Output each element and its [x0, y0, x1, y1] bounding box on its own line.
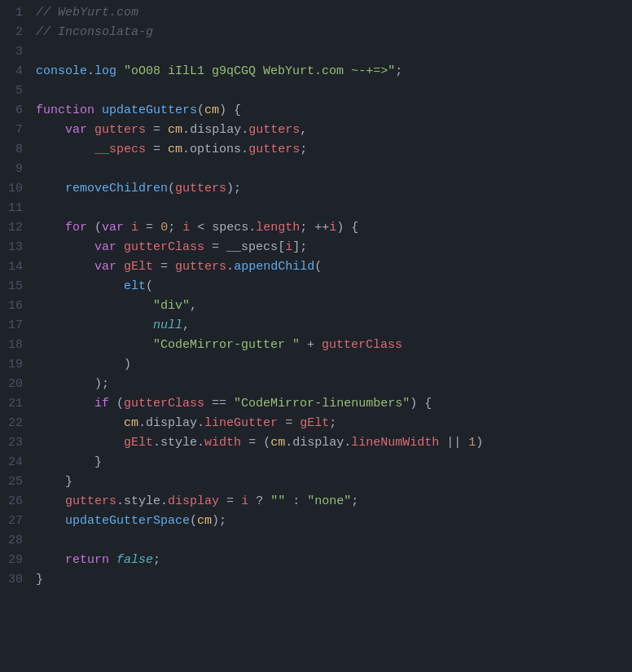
plain-token: , — [190, 299, 197, 313]
plain-token: [ — [278, 240, 285, 254]
var-token: i — [285, 240, 292, 254]
plain-token: ) — [476, 436, 490, 450]
prop-token: width — [204, 436, 241, 450]
keyword-token: var — [65, 123, 87, 137]
string-token: "div" — [153, 299, 190, 313]
plain-token: ( — [109, 397, 124, 411]
plain-token: } — [36, 573, 43, 586]
line-number: 23 — [8, 433, 23, 453]
plain-token: ( — [197, 103, 204, 117]
line-number: 5 — [8, 81, 23, 101]
null-token: null — [153, 318, 182, 332]
code-line: } — [36, 570, 624, 590]
line-number: 9 — [8, 160, 23, 179]
func-token: updateGutters — [102, 103, 197, 117]
func-token: removeChildren — [65, 182, 168, 195]
null-token: false — [116, 553, 153, 567]
plain-token — [116, 64, 124, 78]
code-line: updateGutterSpace(cm); — [36, 512, 624, 531]
plain-token: = — [146, 123, 168, 137]
code-line: if (gutterClass == "CodeMirror-linenumbe… — [36, 394, 624, 414]
plain-token: ; — [300, 143, 307, 156]
param-token: cm — [124, 416, 138, 430]
string-token: "CodeMirror-gutter " — [153, 338, 300, 352]
plain-token — [36, 123, 65, 137]
line-number: 25 — [8, 472, 23, 492]
var-token: gElt — [124, 436, 153, 450]
var-token: gutterClass — [124, 240, 204, 254]
plain-token: display — [190, 123, 241, 137]
code-line — [36, 199, 624, 218]
plain-token: = — [146, 143, 168, 156]
plain-token: = ( — [241, 436, 270, 450]
line-number: 28 — [8, 531, 23, 551]
code-line: for (var i = 0; i < specs.length; ++i) { — [36, 218, 624, 238]
plain-token: ); — [212, 514, 226, 528]
param-token: cm — [168, 123, 182, 137]
line-number: 16 — [8, 296, 23, 316]
plain-token: < — [190, 221, 212, 235]
line-number: 15 — [8, 277, 23, 296]
var-token: i — [329, 221, 336, 235]
keyword-token: if — [94, 397, 109, 411]
line-number: 11 — [8, 199, 23, 218]
plain-token: ; — [329, 416, 336, 430]
plain-token — [116, 260, 124, 274]
var-token: i — [182, 221, 190, 235]
plain-token: . — [138, 416, 146, 430]
plain-token: . — [344, 436, 351, 450]
string-token: "CodeMirror-linenumbers" — [234, 397, 410, 411]
line-number: 2 — [8, 23, 23, 42]
plain-token: ( — [146, 279, 153, 293]
var-token: gElt — [124, 260, 153, 274]
code-line: gutters.style.display = i ? "" : "none"; — [36, 492, 624, 512]
plain-token: ]; — [292, 240, 307, 254]
code-line: "div", — [36, 296, 624, 316]
plain-token — [36, 299, 153, 313]
line-number: 4 — [8, 62, 23, 81]
func-token: console — [36, 64, 87, 78]
param-token: cm — [270, 436, 285, 450]
keyword-token: var — [94, 240, 116, 254]
plain-token: ( — [168, 182, 175, 195]
code-line: // Inconsolata-g — [36, 23, 624, 42]
plain-token: . — [182, 143, 190, 156]
var-token: __specs — [94, 143, 146, 156]
plain-token: , — [300, 123, 307, 137]
func-token: appendChild — [234, 260, 314, 274]
plain-token — [36, 514, 65, 528]
plain-token: ( — [314, 260, 322, 274]
plain-token: . — [241, 143, 248, 156]
var-token: gutters — [65, 494, 116, 508]
var-token: gutterClass — [322, 338, 402, 352]
plain-token: . — [116, 494, 124, 508]
param-token: cm — [168, 143, 182, 156]
line-number: 19 — [8, 355, 23, 375]
plain-token — [36, 494, 65, 508]
code-line: ) — [36, 355, 624, 375]
line-number: 1 — [8, 3, 23, 23]
line-number: 13 — [8, 238, 23, 257]
code-line: } — [36, 472, 624, 492]
line-number: 22 — [8, 414, 23, 433]
plain-token: style — [124, 494, 160, 508]
comment-token: // WebYurt.com — [36, 6, 138, 20]
plain-token — [36, 318, 153, 332]
line-number: 30 — [8, 570, 23, 590]
plain-token: } — [36, 475, 72, 489]
comment-token: // Inconsolata-g — [36, 25, 153, 39]
plain-token: . — [160, 494, 168, 508]
plain-token: __specs — [226, 240, 278, 254]
plain-token — [36, 436, 124, 450]
plain-token: || — [439, 436, 468, 450]
plain-token: = — [219, 494, 241, 508]
code-line: console.log "oO08 iIlL1 g9qCGQ WebYurt.c… — [36, 62, 624, 81]
line-number: 21 — [8, 394, 23, 414]
line-number-gutter: 1234567891011121314151617181920212223242… — [0, 3, 36, 590]
plain-token: : — [285, 494, 307, 508]
number-token: 1 — [468, 436, 476, 450]
line-number: 8 — [8, 140, 23, 160]
code-line: function updateGutters(cm) { — [36, 101, 624, 121]
prop-token: length — [256, 221, 300, 235]
code-body[interactable]: // WebYurt.com// Inconsolata-g console.l… — [36, 3, 632, 590]
